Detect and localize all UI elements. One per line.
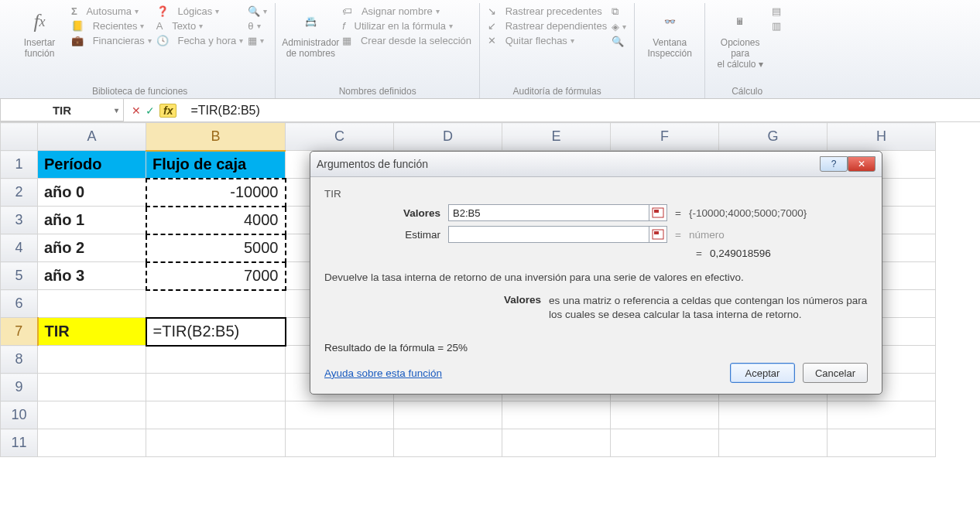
text-menu[interactable]: A Texto [156,19,244,32]
arg-result-estimar: número [689,229,725,241]
logical-menu[interactable]: ❓ Lógicas [156,5,244,18]
dialog-help-button[interactable]: ? [820,156,848,172]
range-picker-estimar[interactable] [649,226,667,243]
math-menu[interactable]: θ [248,19,267,32]
col-header-C[interactable]: C [286,123,394,151]
cell-B1[interactable]: Flujo de caja [146,151,286,179]
evaluate-icon: 🔍 [612,36,624,47]
lookup-icon: 🔍 [248,5,260,17]
dialog-close-button[interactable]: ✕ [848,156,875,172]
datetime-menu[interactable]: 🕓 Fecha y hora [156,34,244,47]
col-header-G[interactable]: G [719,123,828,151]
more-menu[interactable]: ▦ [248,34,267,47]
function-arguments-dialog: Argumentos de función ? ✕ TIR Valores = … [310,151,882,395]
cell-A6[interactable] [38,290,146,318]
row-header-1[interactable]: 1 [1,151,38,179]
row-header-11[interactable]: 11 [1,429,38,457]
cell-A7[interactable]: TIR [38,318,146,346]
calc-sheet[interactable]: ▥ [772,19,781,32]
cell-B7[interactable]: =TIR(B2:B5) [146,318,286,346]
clock-icon: 🕓 [156,35,169,46]
dialog-titlebar[interactable]: Argumentos de función ? ✕ [310,152,882,177]
cell-A2[interactable]: año 0 [38,179,146,207]
watch-window-button[interactable]: 👓 VentanaInspección [642,5,697,62]
cell-B2[interactable]: -10000 [146,179,286,207]
recent-menu[interactable]: 📒 Recientes [71,19,152,32]
row-header-2[interactable]: 2 [1,179,38,207]
function-description: Devuelve la tasa interna de retorno de u… [324,272,868,283]
function-help-link[interactable]: Ayuda sobre esta función [324,367,442,379]
remove-arrows[interactable]: ✕ Quitar flechas [488,34,607,47]
insert-function-button[interactable]: fx Insertar función [12,5,67,62]
financial-menu[interactable]: 💼 Financieras [71,34,152,47]
name-manager-button[interactable]: 📇 Administradorde nombres [283,5,338,62]
lookup-menu[interactable]: 🔍 [248,5,267,18]
group-label-names: Nombres definidos [339,86,416,97]
row-header-5[interactable]: 5 [1,262,38,290]
svg-rect-1 [654,210,659,213]
row-header-8[interactable]: 8 [1,346,38,374]
group-label-library: Biblioteca de funciones [92,86,187,97]
autosum-menu[interactable]: Σ Autosuma [71,5,152,18]
fx-icon: fx [26,8,53,36]
sigma-icon: Σ [71,5,77,17]
cancel-button[interactable]: Cancelar [803,363,868,383]
insert-function-icon[interactable]: fx [159,104,176,118]
error-check-icon: ◈ [612,21,619,32]
book-icon: 📒 [71,20,84,32]
arg-label-valores: Valores [324,207,448,219]
more-icon: ▦ [248,35,257,46]
row-header-6[interactable]: 6 [1,290,38,318]
cell-B3[interactable]: 4000 [146,207,286,234]
name-box[interactable]: TIR [0,99,124,121]
use-in-formula-menu[interactable]: f Utilizar en la fórmula [342,19,471,32]
define-name-menu[interactable]: 🏷 Asignar nombre [342,5,471,18]
col-header-E[interactable]: E [502,123,611,151]
cell-B6[interactable] [146,290,286,318]
enter-formula-icon[interactable]: ✓ [146,104,155,117]
create-from-selection[interactable]: ▦ Crear desde la selección [342,34,471,47]
ribbon-group-watch: 👓 VentanaInspección [635,3,705,98]
error-checking[interactable]: ◈ [612,20,626,33]
arg-input-estimar[interactable] [448,226,649,243]
row-header-7[interactable]: 7 [1,318,38,346]
cell-A4[interactable]: año 2 [38,234,146,262]
range-picker-valores[interactable] [649,204,667,221]
tag-icon: 🏷 [342,5,352,17]
range-picker-icon [652,229,664,240]
calculation-options-button[interactable]: 🖩 Opciones parael cálculo ▾ [713,5,767,73]
svg-rect-3 [654,231,659,234]
col-header-D[interactable]: D [394,123,502,151]
range-picker-icon [652,207,664,218]
calc-now[interactable]: ▤ [772,5,781,18]
trace-precedents[interactable]: ↘ Rastrear precedentes [488,5,607,18]
row-header-10[interactable]: 10 [1,401,38,429]
cell-A3[interactable]: año 1 [38,207,146,234]
calc-sheet-icon: ▥ [772,20,781,32]
row-header-4[interactable]: 4 [1,234,38,262]
col-header-A[interactable]: A [38,123,146,151]
show-formulas[interactable]: ⧉ [612,5,626,19]
formula-result-label: Resultado de la fórmula = [324,342,447,354]
cell-A5[interactable]: año 3 [38,262,146,290]
row-header-9[interactable]: 9 [1,374,38,401]
arg-help-text: es una matriz o referencia a celdas que … [549,294,868,322]
col-header-B[interactable]: B [146,123,286,151]
formula-input[interactable] [184,99,980,121]
cell-A1[interactable]: Período [38,151,146,179]
show-formulas-icon: ⧉ [612,5,618,18]
formula-bar: TIR ✕ ✓ fx [0,99,980,122]
cancel-formula-icon[interactable]: ✕ [132,104,141,117]
arg-result-valores: {-10000;4000;5000;7000} [689,207,807,219]
ok-button[interactable]: Aceptar [730,363,795,383]
select-all-corner[interactable] [1,123,38,151]
row-header-3[interactable]: 3 [1,207,38,234]
col-header-H[interactable]: H [828,123,936,151]
money-icon: 💼 [71,35,84,46]
arg-input-valores[interactable] [448,204,649,221]
trace-dependents[interactable]: ↙ Rastrear dependientes [488,19,607,32]
evaluate-formula[interactable]: 🔍 [612,35,626,48]
col-header-F[interactable]: F [611,123,719,151]
cell-B4[interactable]: 5000 [146,234,286,262]
cell-B5[interactable]: 7000 [146,262,286,290]
